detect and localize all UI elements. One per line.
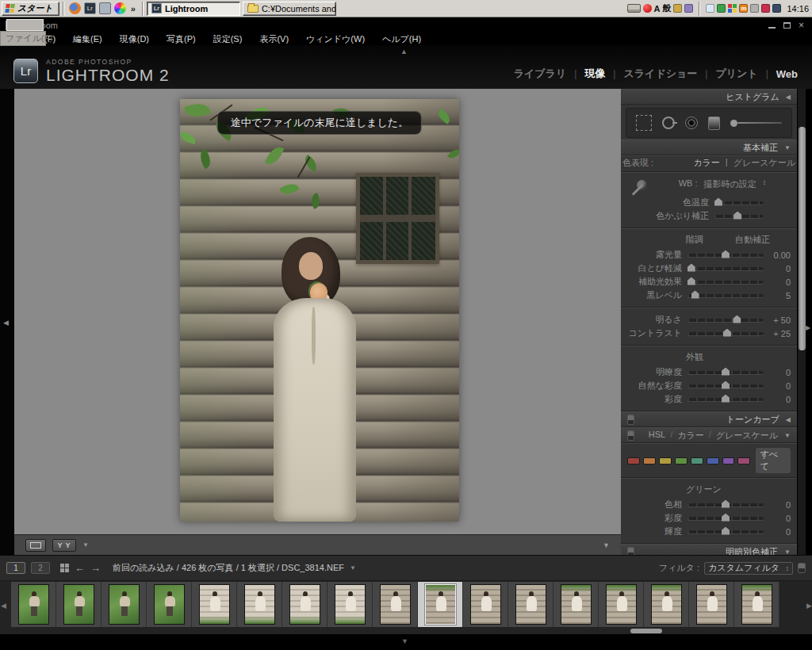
histogram-panel-header[interactable]: ヒストグラム ◀ (621, 89, 797, 105)
colors-icon[interactable] (728, 4, 737, 13)
menu-item-7[interactable]: ヘルプ(H) (373, 33, 430, 45)
crop-icon[interactable] (636, 115, 652, 131)
filmstrip-thumbnail-15[interactable] (689, 582, 734, 627)
slider-track[interactable] (688, 503, 764, 507)
adjustment-brush-icon[interactable] (730, 120, 782, 127)
ime-input-mode[interactable]: A (654, 4, 661, 13)
left-panel-collapsed[interactable]: ◀ (0, 89, 14, 555)
wb-selector[interactable]: WB : 撮影時の設定 ↕ (654, 177, 791, 195)
source-dropdown-icon[interactable]: ▼ (350, 564, 356, 572)
hsl-swatch-2[interactable] (659, 457, 672, 465)
right-panel-scrollbar[interactable] (797, 89, 806, 555)
loupe-view-button[interactable] (25, 539, 46, 552)
hsl-panel-header[interactable]: HSL/カラー/グレースケール ▼ (621, 427, 797, 443)
filmstrip-thumbnail-14[interactable] (644, 582, 689, 627)
tone-curve-collapse-icon[interactable]: ◀ (786, 416, 791, 423)
slider-track[interactable] (688, 254, 764, 257)
treatment-option-1[interactable]: グレースケール (733, 157, 795, 169)
minimize-button[interactable] (768, 27, 776, 29)
filmstrip-thumbnail-4[interactable] (192, 582, 237, 627)
slider-track[interactable] (688, 267, 764, 270)
bottom-panel-edge[interactable]: ▼ (0, 634, 812, 650)
main-window-button[interactable]: 1 (6, 562, 25, 574)
filmstrip-thumbnail-6[interactable] (282, 582, 327, 627)
hsl-swatch-7[interactable] (737, 457, 750, 465)
window-icon[interactable] (99, 2, 111, 14)
hsl-title-part-0[interactable]: HSL (649, 430, 665, 442)
menu-item-5[interactable]: 表示(V) (251, 33, 297, 45)
filmstrip-thumbnail-10[interactable] (463, 582, 508, 627)
wb-eyedropper-icon[interactable] (629, 178, 649, 205)
taskbar-task-lightroom[interactable]: Lr Lightroom (147, 2, 240, 16)
ime-pad-icon[interactable] (673, 4, 682, 13)
tone-curve-panel-header[interactable]: トーンカーブ ◀ (621, 411, 797, 427)
scrollbar-thumb[interactable] (799, 127, 806, 350)
hsl-swatch-4[interactable] (691, 457, 703, 465)
module-tab-3[interactable]: プリント (715, 67, 757, 81)
module-tab-0[interactable]: ライブラリ (514, 67, 567, 81)
quicklaunch-overflow-chevron[interactable]: » (131, 4, 136, 13)
wb-spinner-icon[interactable]: ↕ (763, 178, 767, 190)
filmstrip-scroll-left-icon[interactable]: ◀ (1, 602, 6, 610)
histogram-collapse-icon[interactable]: ◀ (786, 94, 791, 101)
hsl-swatch-0[interactable] (627, 457, 640, 465)
filmstrip-scroll-right-icon[interactable]: ▶ (806, 602, 812, 610)
filmstrip-thumbnail-16[interactable] (734, 582, 779, 627)
lightroom-icon[interactable]: Lr (84, 2, 96, 14)
ime-dict-icon[interactable] (684, 4, 693, 13)
basic-collapse-icon[interactable]: ▼ (784, 144, 791, 151)
filmstrip-thumbnail-9[interactable] (418, 582, 463, 627)
before-after-button[interactable]: Y Y (52, 539, 76, 552)
filmstrip-thumbnail-5[interactable] (237, 582, 282, 627)
start-button[interactable]: スタート (2, 2, 59, 16)
filmstrip-thumbnail-1[interactable] (56, 582, 102, 627)
slider-track[interactable] (688, 398, 764, 401)
slider-track[interactable] (688, 281, 764, 284)
slider-track[interactable] (688, 371, 764, 374)
slider-track[interactable] (688, 319, 764, 322)
slider-thumb[interactable] (722, 527, 730, 535)
basic-panel-header[interactable]: 基本補正 ▼ (621, 140, 797, 155)
flower-icon[interactable] (761, 4, 770, 13)
filmstrip-source-status[interactable]: 前回の読み込み / 426 枚の写真 / 1 枚選択 / DSC_3814.NE… (113, 562, 344, 574)
ime-conversion-mode[interactable]: 般 (662, 2, 671, 14)
auto-tone-button[interactable]: 自動補正 (735, 234, 770, 246)
slider-thumb[interactable] (691, 291, 699, 299)
slider-thumb[interactable] (733, 315, 741, 323)
module-tab-2[interactable]: スライドショー (623, 67, 697, 81)
menu-item-1[interactable]: 編集(E) (64, 33, 111, 45)
filmstrip-thumbnail-13[interactable] (599, 582, 644, 627)
filmstrip-thumbnail-3[interactable] (147, 582, 192, 627)
m-icon[interactable]: m (739, 4, 748, 13)
second-window-button[interactable]: 2 (31, 562, 50, 574)
firefox-icon[interactable] (69, 2, 81, 14)
restore-button[interactable] (783, 22, 791, 29)
slider-track[interactable] (688, 332, 764, 335)
bottom-panel-collapse-icon[interactable]: ▼ (401, 637, 408, 645)
green-icon[interactable] (717, 4, 726, 13)
taskbar-task-explorer[interactable]: C:¥Documents and Setti... (243, 2, 336, 16)
right-panel-edge[interactable]: ▶ (806, 89, 812, 555)
slider-thumb[interactable] (722, 368, 730, 376)
forward-arrow-icon[interactable]: → (90, 562, 101, 574)
hsl-swatch-1[interactable] (643, 457, 656, 465)
colorwheel-icon[interactable] (114, 2, 126, 14)
ime-keyboard-icon[interactable] (627, 4, 641, 13)
top-panel-collapse-icon[interactable]: ▲ (400, 48, 408, 55)
split-toning-collapse-icon[interactable]: ▼ (784, 549, 791, 556)
menu-item-3[interactable]: 写真(P) (158, 33, 205, 45)
filmstrip-thumbnail-12[interactable] (553, 582, 599, 627)
hsl-title-part-2[interactable]: グレースケール (716, 430, 778, 442)
slider-thumb[interactable] (688, 277, 695, 285)
treatment-option-0[interactable]: カラー (693, 157, 720, 169)
red-eye-icon[interactable] (685, 117, 698, 129)
slider-track[interactable] (688, 530, 764, 533)
ime-ball-icon[interactable] (643, 4, 652, 13)
hsl-all-button[interactable]: すべて (756, 448, 791, 473)
filmstrip-thumbnail-7[interactable] (327, 582, 373, 627)
hsl-collapse-icon[interactable]: ▼ (784, 432, 791, 439)
slider-track[interactable] (714, 215, 764, 218)
menu-item-2[interactable]: 現像(D) (111, 33, 158, 45)
close-button[interactable]: × (799, 21, 804, 29)
panel-toggle-icon[interactable] (627, 415, 634, 425)
